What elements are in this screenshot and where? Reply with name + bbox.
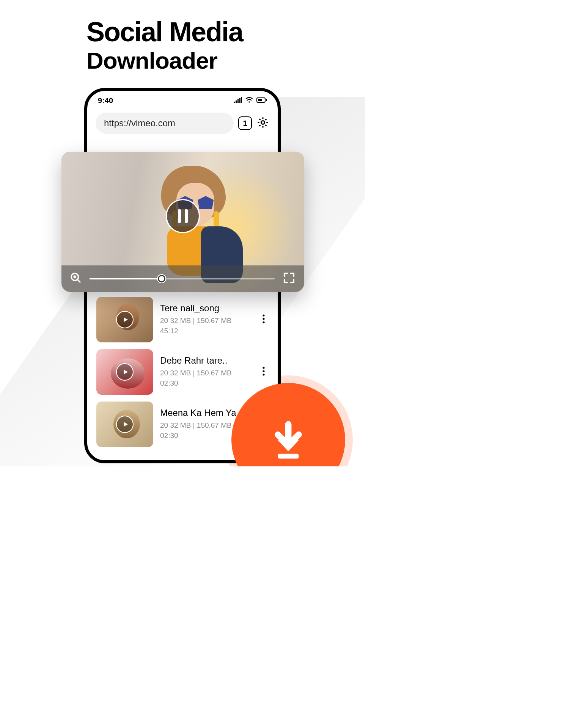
video-title: Tere nali_song	[160, 303, 252, 314]
video-size: 20 32 MB | 150.67 MB	[160, 368, 252, 378]
svg-rect-4	[241, 97, 242, 103]
svg-point-13	[262, 367, 264, 369]
signal-icon	[234, 97, 242, 105]
tab-count-value: 1	[243, 119, 247, 128]
battery-icon	[256, 97, 267, 105]
video-list-item[interactable]: Debe Rahr tare.. 20 32 MB | 150.67 MB 02…	[96, 349, 269, 395]
status-bar: 9:40	[87, 91, 278, 109]
svg-rect-7	[266, 99, 267, 101]
url-input[interactable]: https://vimeo.com	[96, 113, 234, 134]
more-options-icon[interactable]	[259, 311, 269, 329]
svg-rect-3	[239, 98, 240, 103]
svg-rect-8	[258, 99, 262, 101]
svg-point-11	[262, 318, 264, 320]
video-size: 20 32 MB | 150.67 MB	[160, 316, 252, 326]
progress-slider[interactable]	[90, 278, 275, 279]
video-thumbnail[interactable]	[96, 349, 153, 395]
video-player[interactable]	[61, 152, 304, 292]
download-icon	[267, 419, 309, 461]
video-info: Debe Rahr tare.. 20 32 MB | 150.67 MB 02…	[160, 355, 252, 388]
settings-icon[interactable]	[256, 116, 269, 130]
status-icons	[234, 97, 267, 105]
svg-rect-2	[237, 99, 239, 103]
svg-point-9	[261, 121, 264, 124]
svg-rect-1	[236, 100, 237, 103]
video-duration: 45:12	[160, 326, 252, 336]
svg-point-15	[262, 373, 264, 375]
progress-thumb[interactable]	[158, 275, 165, 282]
play-icon	[116, 363, 134, 381]
progress-fill	[90, 278, 162, 279]
zoom-in-icon[interactable]	[70, 272, 82, 286]
title-line-2: Downloader	[86, 48, 243, 74]
play-icon	[116, 416, 134, 433]
svg-line-20	[77, 279, 80, 282]
svg-point-5	[248, 101, 250, 103]
play-icon	[116, 311, 134, 328]
fullscreen-icon[interactable]	[282, 271, 296, 286]
video-thumbnail[interactable]	[96, 297, 153, 342]
svg-point-10	[262, 314, 264, 316]
svg-point-12	[262, 321, 264, 323]
more-options-icon[interactable]	[259, 363, 269, 381]
tab-count-button[interactable]: 1	[238, 116, 252, 130]
pause-icon	[178, 209, 181, 223]
page-title: Social Media Downloader	[86, 18, 243, 74]
player-controls	[61, 265, 304, 292]
status-time: 9:40	[98, 96, 113, 105]
url-row: https://vimeo.com 1	[87, 109, 278, 134]
video-list-item[interactable]: Tere nali_song 20 32 MB | 150.67 MB 45:1…	[96, 297, 269, 342]
video-title: Debe Rahr tare..	[160, 355, 252, 366]
svg-rect-23	[278, 454, 299, 459]
pause-button[interactable]	[166, 199, 200, 233]
title-line-1: Social Media	[86, 18, 243, 46]
wifi-icon	[245, 97, 253, 105]
video-info: Tere nali_song 20 32 MB | 150.67 MB 45:1…	[160, 303, 252, 336]
svg-point-14	[262, 370, 264, 372]
video-duration: 02:30	[160, 378, 252, 389]
svg-rect-0	[234, 102, 235, 103]
pause-icon	[185, 209, 188, 223]
video-thumbnail[interactable]	[96, 402, 153, 447]
